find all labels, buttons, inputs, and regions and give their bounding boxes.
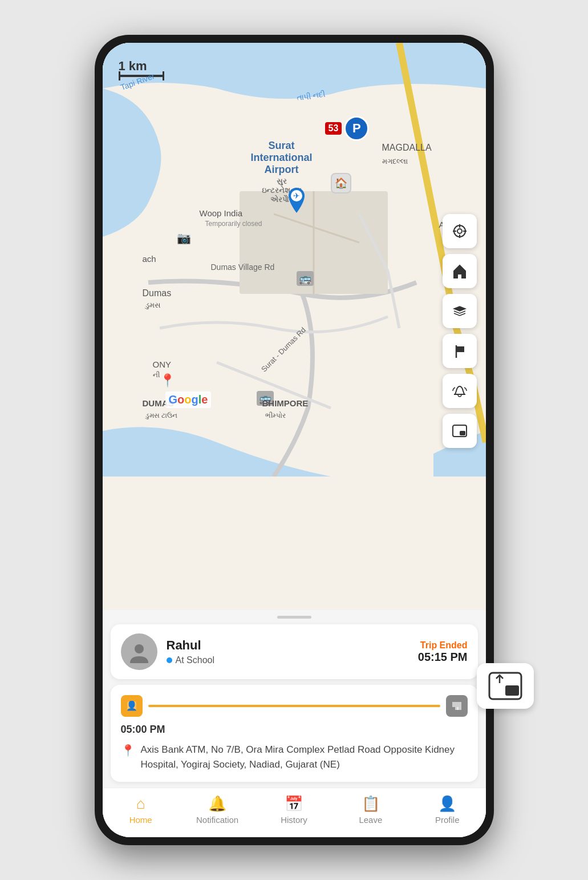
svg-text:✈: ✈ bbox=[293, 191, 300, 200]
trip-info: Trip Ended 05:15 PM bbox=[418, 640, 468, 664]
notification-nav-icon: 🔔 bbox=[208, 795, 226, 813]
woop-india-label: Woop India bbox=[200, 208, 243, 218]
trip-location: 📍 Axis Bank ATM, No 7/B, Ora Mira Comple… bbox=[121, 742, 468, 772]
ach-label: ach bbox=[143, 254, 156, 264]
nav-profile[interactable]: 👤 Profile bbox=[424, 795, 470, 825]
phone-frame: 1 km Tapi River તાપી નદી Surat Internati… bbox=[95, 35, 494, 845]
route-line bbox=[148, 705, 440, 707]
map-area[interactable]: 1 km Tapi River તાપી નદી Surat Internati… bbox=[103, 43, 486, 477]
nav-leave[interactable]: 📋 Leave bbox=[348, 795, 394, 825]
history-nav-label: History bbox=[281, 815, 307, 825]
trip-time-display: 05:15 PM bbox=[418, 651, 468, 664]
trip-detail-card[interactable]: 👤 05:00 PM 📍 Axis Bank ATM, No 7/B, Ora bbox=[111, 685, 478, 782]
flag-button[interactable] bbox=[443, 334, 477, 368]
target-button[interactable] bbox=[443, 214, 477, 248]
parking-number: 53 bbox=[325, 122, 342, 135]
airport-home-pin: 🏠 bbox=[331, 173, 351, 193]
ony-label: ONY bbox=[153, 360, 172, 369]
status-dot bbox=[167, 657, 172, 663]
leave-nav-label: Leave bbox=[359, 815, 382, 825]
location-icon: 📍 bbox=[121, 744, 135, 757]
history-nav-icon: 📅 bbox=[285, 795, 303, 813]
profile-nav-icon: 👤 bbox=[438, 795, 456, 813]
parking-pin: 53 P bbox=[325, 116, 370, 141]
pip-map-button[interactable] bbox=[443, 414, 477, 448]
leave-nav-icon: 📋 bbox=[362, 795, 380, 813]
dumas-label: Dumas bbox=[143, 288, 172, 298]
user-info: Rahul At School bbox=[167, 638, 409, 665]
airplane-pin[interactable]: ✈ bbox=[283, 185, 310, 217]
svg-rect-19 bbox=[505, 685, 519, 696]
bottom-panel: Rahul At School Trip Ended 05:15 PM bbox=[103, 610, 486, 837]
pip-external-button[interactable] bbox=[477, 663, 534, 709]
trip-route: 👤 bbox=[121, 695, 468, 717]
route-end-icon bbox=[446, 695, 468, 717]
bottom-nav: ⌂ Home 🔔 Notification 📅 History 📋 Leave … bbox=[103, 788, 486, 837]
user-card[interactable]: Rahul At School Trip Ended 05:15 PM bbox=[111, 624, 478, 679]
home-nav-label: Home bbox=[129, 815, 152, 825]
nav-notification[interactable]: 🔔 Notification bbox=[194, 795, 240, 825]
scale-bar: 1 km bbox=[119, 59, 164, 77]
bus-stop-1: 🚌 bbox=[297, 271, 314, 286]
map-buttons bbox=[443, 214, 477, 448]
svg-rect-13 bbox=[460, 431, 465, 435]
dumas-guj-label: ડુમસ bbox=[145, 301, 161, 310]
svg-text:👤: 👤 bbox=[126, 700, 137, 711]
nav-history[interactable]: 📅 History bbox=[271, 795, 317, 825]
phone-screen: 1 km Tapi River તાપી નદી Surat Internati… bbox=[103, 43, 486, 837]
dumas-town-guj-label: ડુમસ ટાઉન bbox=[145, 411, 177, 419]
location-pin-map: 📍 bbox=[160, 373, 175, 388]
alert-button[interactable] bbox=[443, 374, 477, 408]
route-start-icon: 👤 bbox=[121, 695, 143, 717]
bhimpore-guj-label: ભીમ્પોર bbox=[265, 411, 286, 419]
magdalla-guj-label: મગદલ્લા bbox=[382, 157, 408, 166]
location-text: Axis Bank ATM, No 7/B, Ora Mira Complex … bbox=[141, 742, 468, 772]
parking-circle: P bbox=[344, 116, 369, 141]
trip-ended-label: Trip Ended bbox=[418, 640, 468, 651]
ony-guj-label: ની bbox=[153, 371, 160, 379]
scale-bar-label: 1 km bbox=[119, 59, 147, 74]
home-map-button[interactable] bbox=[443, 254, 477, 288]
nav-home[interactable]: ⌂ Home bbox=[118, 795, 164, 825]
profile-nav-label: Profile bbox=[435, 815, 460, 825]
user-status: At School bbox=[167, 655, 409, 665]
pull-indicator bbox=[277, 616, 311, 619]
user-name: Rahul bbox=[167, 638, 409, 653]
layers-button[interactable] bbox=[443, 294, 477, 328]
dumas-village-rd-label: Dumas Village Rd bbox=[211, 263, 275, 272]
svg-point-14 bbox=[135, 644, 144, 653]
magdalla-label: MAGDALLA bbox=[382, 143, 432, 153]
svg-rect-17 bbox=[455, 707, 459, 710]
trip-start-time: 05:00 PM bbox=[121, 724, 468, 736]
svg-point-5 bbox=[457, 229, 462, 233]
user-avatar bbox=[121, 633, 157, 670]
status-text: At School bbox=[176, 655, 214, 665]
temporarily-closed-label: Temporarily closed bbox=[205, 220, 262, 228]
camera-icon: 📷 bbox=[177, 231, 191, 245]
notification-nav-label: Notification bbox=[196, 815, 238, 825]
google-logo: Google bbox=[165, 391, 212, 408]
bhimpore-label: BHIMPORE bbox=[262, 398, 309, 408]
home-nav-icon: ⌂ bbox=[136, 795, 145, 813]
